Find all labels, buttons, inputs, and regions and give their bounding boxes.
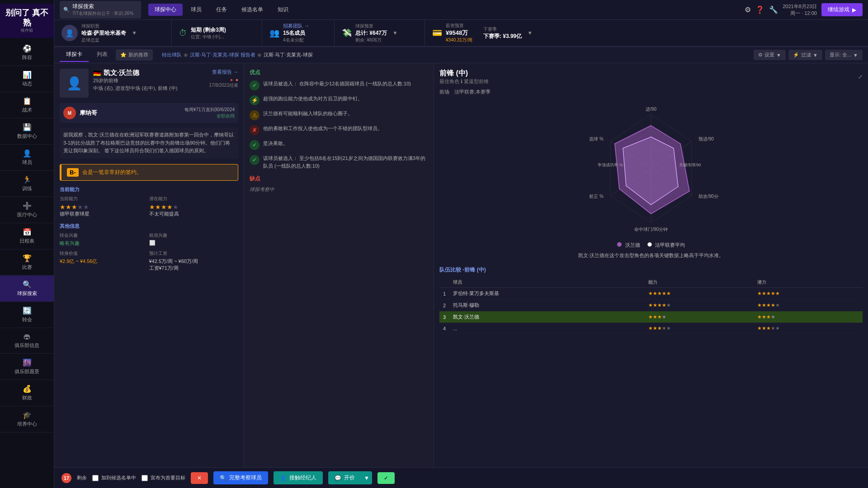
pro-text-2: 超强的跑位能力使他成为对方后卫的眼中钉。 [263,95,363,103]
sidebar-item-medical[interactable]: ➕ 医疗中心 [0,197,54,223]
pro-item-6: ✔ 该球员被选入： 至少包括8名在15到21岁之间为德国国内联赛效力满3年的队员… [250,155,428,169]
sidebar-item-finance[interactable]: 💰 财政 [0,380,54,406]
new-recommendation-btn[interactable]: ⭐ 新的推荐 [116,49,153,61]
legend-avg-label: 法甲联赛平均 [655,242,685,248]
star-icon: ⭐ [120,52,127,58]
pro-icon-6: ✔ [250,155,259,165]
sidebar-item-transfer[interactable]: 🔄 转会 [0,302,54,328]
svg-text:预进/90: 预进/90 [698,136,714,141]
declare-target-checkbox[interactable]: 宣布为首要目标 [142,474,185,481]
scout-opinion: 据我观察，凯文·沃兰德在在欧洲冠军联赛赛道路附加赛第一回合中，摩纳哥以3-1的比… [60,127,238,159]
help-icon[interactable]: ❓ [755,5,764,14]
cons-title: 缺点 [250,175,428,183]
scout-avatar: 👤 [61,25,78,41]
legend-player-label: 沃兰德 [625,242,640,248]
sidebar-logo[interactable]: 别问了 真不熟 收件箱 [0,4,54,38]
report-date: 17/8/2021结束 [209,82,239,89]
chevron-down-icon-wage[interactable]: ▼ [527,30,533,36]
add-shortlist-input[interactable] [92,475,99,481]
ability-row: 当前能力 ★★★★★ 德甲联赛球星 潜在能力 ★★★★★ 不太可能提高 [60,196,238,217]
pro-text-5: 坚决果敢。 [263,140,288,147]
pro-item-1: ✔ 该球员被选入： 在阵容中最少12名德国籍球员 (一线队的总人数:10) [250,80,428,90]
svg-text:关键传球/90: 关键传球/90 [679,163,701,167]
breadcrumb-current: 汉斯·马丁·克莱克-球探 [264,52,313,58]
sidebar-item-scout[interactable]: 🔍 球探搜索 [0,276,54,302]
filter-btn[interactable]: ⚡ 过滤 ▼ [788,50,822,60]
sidebar-item-training[interactable]: 🏃 训练 [0,171,54,197]
open-offer-button[interactable]: 💬 开价 [328,471,361,484]
sidebar-item-club[interactable]: 🏟 俱乐部信息 [0,328,54,354]
sidebar-item-training2[interactable]: 🎓 培养中心 [0,406,54,432]
add-shortlist-checkbox[interactable]: 加到候选名单中 [92,474,136,481]
tactics-icon: 📋 [23,97,32,105]
sidebar-item-player[interactable]: 👤 球员 [0,145,54,171]
salary-row: 转身价值 ¥2.9亿 ~ ¥4.56亿 预计工资 ¥42.5万/周 ~ ¥60万… [60,250,238,272]
view-report-link[interactable]: 查看报告 → [209,69,239,75]
sidebar-item-dynamics[interactable]: 📊 动态 [0,66,54,92]
player-photo: 👤 [60,69,89,98]
transfer-icon: 🔄 [23,306,32,315]
nav-duty[interactable]: 任务 [210,4,233,16]
sidebar-item-lineup[interactable]: ⚽ 阵容 [0,40,54,66]
chevron-down-icon[interactable]: ▼ [132,30,137,36]
tab-card[interactable]: 球探卡 [60,48,89,62]
bottom-bar: 17 剩余 加到候选名单中 宣布为首要目标 ✕ 🔍 完整考察球员 👤 接触经纪人… [54,467,868,488]
nav-player[interactable]: 球员 [184,4,208,16]
pro-text-1: 该球员被选入： 在阵容中最少12名德国籍球员 (一线队的总人数:10) [263,80,411,88]
player-name-2: 托马斯·穆勒 [449,300,644,311]
gear-icon[interactable]: 🔧 [769,5,778,14]
continue-button[interactable]: 继续游戏 ▶ [821,3,863,16]
search-icon-btn: 🔍 [220,475,226,481]
topbar-search[interactable]: 🔍 球探搜索 7/7名球探外出公干 · 常识:26% [60,1,141,19]
declare-target-input[interactable] [142,475,148,481]
training2-icon: 🎓 [23,411,32,419]
radar-desc: 凯文·沃兰德在这个攻击型角色的各项关键数据上略高于平均水准。 [439,252,863,259]
expand-icon[interactable]: ⤢ [858,74,863,80]
player-middle-panel: 优点 ✔ 该球员被选入： 在阵容中最少12名德国籍球员 (一线队的总人数:10)… [244,63,434,467]
chevron-down-icon-budget[interactable]: ▼ [392,30,398,36]
breadcrumb-link-1[interactable]: 转出球队 [162,52,182,58]
confirm-button[interactable]: ✓ [377,472,395,484]
sidebar-item-clubscene[interactable]: 🌆 俱乐部愿景 [0,354,54,380]
settings-btn[interactable]: ⚙ 设置 ▼ [754,50,786,60]
topbar-right: ⚙ ❓ 🔧 2021年8月23日 周一 · 12:00 继续游戏 ▶ [745,3,863,17]
loan-interest-label: 租借兴趣 [149,232,239,239]
col-player: 球员 [449,277,644,288]
nav-shortlist[interactable]: 候选名单 [235,4,269,16]
current-stars: ★★★★★ [60,203,149,211]
player-name: 🇩🇪 凯文·沃兰德 [93,69,205,77]
pro-item-2: ⚡ 超强的跑位能力使他成为对方后卫的眼中钉。 [250,95,428,105]
play-icon: ▶ [852,7,856,13]
topbar: 🔍 球探搜索 7/7名球探外出公干 · 常识:26% 球探中心 球员 任务 候选… [54,0,868,20]
player-info: 🇩🇪 凯文·沃兰德 29岁的前锋 中场 (右), 进攻型中场 (右中), 前锋 … [93,69,205,98]
ability-2: ★★★★★ [645,300,754,311]
svg-text:选球 %: 选球 % [589,136,604,141]
schedule-icon: 📅 [23,228,32,236]
other-info-section: 其他信息 转会兴趣 略有兴趣 租借兴趣 ⬜ 转身价值 ¥2.9亿 ~ ¥4.56… [60,223,238,272]
display-btn[interactable]: 显示: 全... ▼ [825,50,863,60]
nav-scout-center[interactable]: 球探中心 [148,4,183,16]
remaining-label: 剩余 [77,474,87,481]
contact-agent-button[interactable]: 👤 接触经纪人 [274,471,323,484]
best-role-label: 最佳角色 [439,79,459,84]
settings-icon[interactable]: ⚙ [745,5,751,14]
sidebar-item-tactics[interactable]: 📋 战术 [0,92,54,118]
offer-dropdown-button[interactable]: ▼ [361,471,372,484]
team-link[interactable]: 招募团队 → [283,23,309,29]
team-icon: 👥 [269,28,279,38]
filter-icon: ⚡ [793,52,799,58]
sidebar-item-datacenter[interactable]: 💾 数据中心 [0,118,54,145]
dismiss-button[interactable]: ✕ [191,472,208,484]
breadcrumb-link-2[interactable]: 汉斯·马丁·克莱克-球探 报告者 [190,52,255,58]
current-ability-label: 当前能力 [60,196,149,202]
scout-period-section: ⏱ 短期 (剩余3周) 位置: 中锋 (中)... [172,20,262,46]
sidebar-item-match[interactable]: 🏆 比赛 [0,249,54,276]
sidebar-item-schedule[interactable]: 📅 日程表 [0,223,54,249]
complete-scout-button[interactable]: 🔍 完整考察球员 [213,471,268,484]
potential-label: 潜在能力 [149,196,239,202]
lineup-icon: ⚽ [23,44,32,53]
tab-list[interactable]: 列表 [90,48,114,62]
nav-knowledge[interactable]: 知识 [271,4,295,16]
player-name-1: 罗伯特·莱万多夫斯基 [449,288,644,300]
table-row: 2 托马斯·穆勒 ★★★★★ ★★★★★ [439,300,863,311]
